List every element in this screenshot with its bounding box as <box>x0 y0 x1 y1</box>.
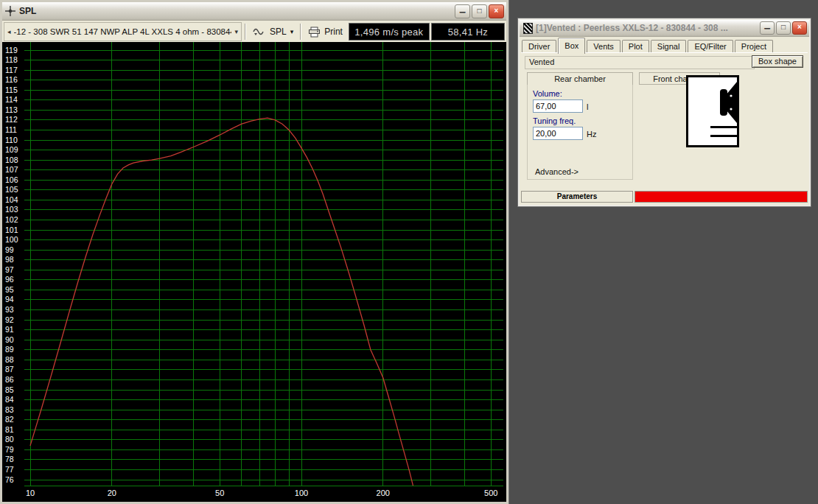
y-tick-label: 87 <box>5 365 14 374</box>
y-axis-labels: 1191181171161151141131121111101091081071… <box>5 46 18 484</box>
y-tick-label: 110 <box>5 136 18 144</box>
y-tick-label: 80 <box>5 435 14 444</box>
y-tick-label: 105 <box>5 185 18 194</box>
y-tick-label: 102 <box>5 215 18 224</box>
maximize-button[interactable]: □ <box>776 21 791 35</box>
maximize-button[interactable]: □ <box>472 4 487 18</box>
x-tick-label: 500 <box>484 489 497 497</box>
y-tick-label: 111 <box>5 125 17 134</box>
spl-window: SPL ▁ □ × ◂ -12 - 308 SWR 51 147 NWP ALP… <box>0 0 508 504</box>
y-tick-label: 89 <box>5 345 14 354</box>
tab-rear-chamber[interactable]: Rear chamber <box>527 72 633 85</box>
minimize-button[interactable]: ▁ <box>455 4 470 18</box>
tab-plot[interactable]: Plot <box>622 40 649 53</box>
y-tick-label: 92 <box>5 315 14 324</box>
box-type-field[interactable]: Vented <box>525 56 755 69</box>
y-tick-label: 107 <box>5 165 18 174</box>
y-tick-label: 82 <box>5 415 14 424</box>
print-button[interactable]: Print <box>304 23 346 41</box>
y-tick-label: 78 <box>5 455 14 463</box>
spl-titlebar[interactable]: SPL ▁ □ × <box>2 2 506 21</box>
x-tick-label: 20 <box>108 489 116 497</box>
y-tick-label: 118 <box>5 55 18 64</box>
vent-line <box>710 126 737 128</box>
crosshair-icon <box>4 5 16 17</box>
chevron-down-icon[interactable]: ▾ <box>234 28 238 35</box>
rear-chamber-panel: Volume: l Tuning freq. Hz Advanced-> <box>527 84 633 180</box>
chart-grid <box>24 42 503 486</box>
frequency-display: 58,41 Hz <box>431 23 505 41</box>
vent-velocity-display: 1,496 m/s peak <box>349 23 430 41</box>
printer-icon <box>308 27 321 38</box>
y-tick-label: 96 <box>5 275 14 284</box>
y-tick-label: 91 <box>5 325 14 334</box>
spl-window-title: SPL <box>19 6 452 16</box>
project-selector[interactable]: ◂ -12 - 308 SWR 51 147 NWP ALP 4L XXLS 4… <box>4 22 242 41</box>
y-tick-label: 112 <box>5 115 18 124</box>
y-tick-label: 119 <box>5 46 18 55</box>
minimize-button[interactable]: ▁ <box>760 21 775 35</box>
scroll-left-icon[interactable]: ◂ <box>7 28 11 35</box>
y-tick-label: 93 <box>5 305 14 314</box>
y-tick-label: 117 <box>5 66 18 74</box>
parameters-bar: Parameters <box>521 191 808 203</box>
toolbar-separator <box>245 24 246 40</box>
waveform-icon <box>253 27 266 37</box>
volume-label: Volume: <box>533 89 562 98</box>
advanced-button[interactable]: Advanced-> <box>535 167 578 176</box>
x-tick-label: 200 <box>377 489 390 497</box>
speaker-cone <box>726 82 737 123</box>
y-tick-label: 83 <box>5 405 14 414</box>
spl-toolbar: ◂ -12 - 308 SWR 51 147 NWP ALP 4L XXLS 4… <box>2 21 506 43</box>
box-tab-strip: DriverBoxVentsPlotSignalEQ/FilterProject <box>520 37 809 53</box>
tuning-freq-input[interactable] <box>533 127 583 140</box>
close-button[interactable]: × <box>792 21 807 35</box>
y-tick-label: 115 <box>5 85 18 94</box>
spl-chart: 1191181171161151141131121111101091081071… <box>2 42 506 502</box>
box-document-icon <box>523 23 533 34</box>
y-tick-label: 90 <box>5 335 14 344</box>
x-tick-label: 100 <box>295 489 308 497</box>
y-tick-label: 106 <box>5 175 18 184</box>
parameters-header[interactable]: Parameters <box>521 191 633 203</box>
toolbar-separator <box>300 24 301 40</box>
desktop: { "spl_window": { "title": "SPL", "contr… <box>0 0 818 504</box>
y-tick-label: 79 <box>5 445 14 454</box>
y-tick-label: 99 <box>5 245 14 254</box>
y-tick-label: 81 <box>5 425 14 434</box>
y-tick-label: 104 <box>5 195 18 204</box>
box-shape-button[interactable]: Box shape <box>752 55 803 68</box>
y-tick-label: 116 <box>5 75 18 84</box>
tab-signal[interactable]: Signal <box>651 40 687 53</box>
volume-unit: l <box>587 102 588 111</box>
y-tick-label: 97 <box>5 265 14 274</box>
plot-type-dropdown[interactable]: SPL ▾ <box>249 23 297 41</box>
close-button[interactable]: × <box>489 4 504 18</box>
spl-chart-area: 1191181171161151141131121111101091081071… <box>2 42 506 502</box>
y-tick-label: 103 <box>5 205 18 214</box>
y-tick-label: 95 <box>5 285 14 294</box>
tuning-freq-unit: Hz <box>587 130 596 139</box>
tab-vents[interactable]: Vents <box>587 40 621 53</box>
y-tick-label: 94 <box>5 295 14 304</box>
parameters-progress-bar <box>635 191 808 203</box>
y-tick-label: 88 <box>5 355 14 364</box>
x-tick-label: 10 <box>26 489 35 497</box>
box-titlebar[interactable]: [1]Vented : Peerless XXLS-12 - 830844 - … <box>520 20 809 37</box>
chevron-down-icon: ▾ <box>290 28 294 35</box>
spl-curve <box>30 118 413 486</box>
box-shape-diagram <box>686 75 739 147</box>
y-tick-label: 109 <box>5 145 18 154</box>
tab-project[interactable]: Project <box>735 40 773 53</box>
tuning-freq-label: Tuning freq. <box>533 116 576 125</box>
y-tick-label: 108 <box>5 155 18 164</box>
volume-input[interactable] <box>533 99 583 113</box>
print-label: Print <box>324 27 343 37</box>
y-tick-label: 85 <box>5 385 14 394</box>
tab-eq-filter[interactable]: EQ/Filter <box>688 40 733 53</box>
y-tick-label: 98 <box>5 255 14 264</box>
y-tick-label: 77 <box>5 465 14 474</box>
x-axis-labels: 102050100200500 <box>26 489 498 497</box>
tab-box[interactable]: Box <box>558 38 585 54</box>
tab-driver[interactable]: Driver <box>522 40 556 53</box>
